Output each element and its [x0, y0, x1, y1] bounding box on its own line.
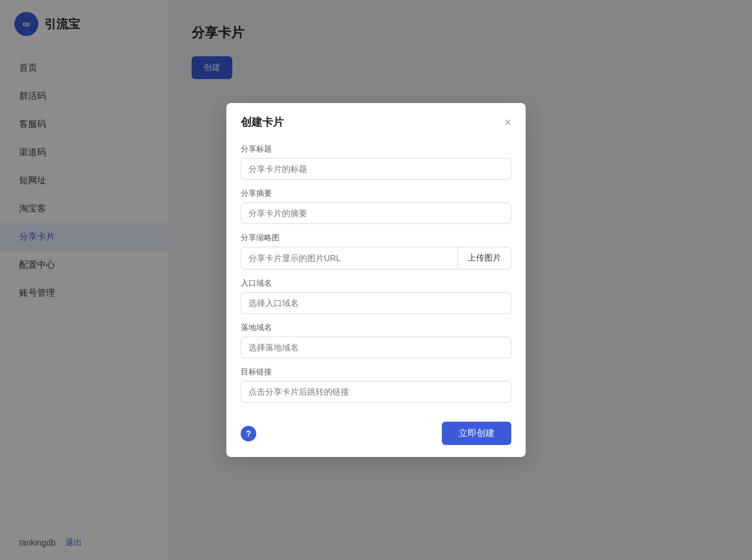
share-title-group: 分享标题: [241, 144, 511, 180]
landing-domain-input[interactable]: [241, 337, 511, 358]
target-link-group: 目标链接: [241, 367, 511, 402]
share-title-label: 分享标题: [241, 144, 511, 155]
upload-image-button[interactable]: 上传图片: [458, 247, 511, 270]
share-summary-label: 分享摘要: [241, 188, 511, 199]
share-title-input[interactable]: [241, 158, 511, 180]
modal-close-button[interactable]: ×: [504, 116, 511, 128]
modal-body: 分享标题 分享摘要 分享缩略图 上传图片 入口域名 落地域名: [226, 139, 526, 412]
thumbnail-input-row: 上传图片: [241, 247, 511, 270]
modal-overlay[interactable]: 创建卡片 × 分享标题 分享摘要 分享缩略图 上传图片 入口域名: [0, 0, 752, 560]
target-link-input[interactable]: [241, 381, 511, 402]
share-thumbnail-group: 分享缩略图 上传图片: [241, 232, 511, 270]
entry-domain-input[interactable]: [241, 292, 511, 314]
modal-header: 创建卡片 ×: [226, 103, 526, 139]
share-thumbnail-label: 分享缩略图: [241, 232, 511, 243]
share-thumbnail-input[interactable]: [241, 247, 458, 270]
entry-domain-group: 入口域名: [241, 278, 511, 314]
submit-button[interactable]: 立即创建: [442, 422, 511, 445]
landing-domain-label: 落地域名: [241, 322, 511, 333]
help-icon[interactable]: ?: [241, 426, 256, 441]
modal-title: 创建卡片: [241, 115, 284, 129]
share-summary-group: 分享摘要: [241, 188, 511, 224]
entry-domain-label: 入口域名: [241, 278, 511, 289]
create-card-modal: 创建卡片 × 分享标题 分享摘要 分享缩略图 上传图片 入口域名: [226, 103, 526, 457]
share-summary-input[interactable]: [241, 202, 511, 224]
target-link-label: 目标链接: [241, 367, 511, 377]
modal-footer: ? 立即创建: [226, 412, 526, 457]
landing-domain-group: 落地域名: [241, 322, 511, 358]
